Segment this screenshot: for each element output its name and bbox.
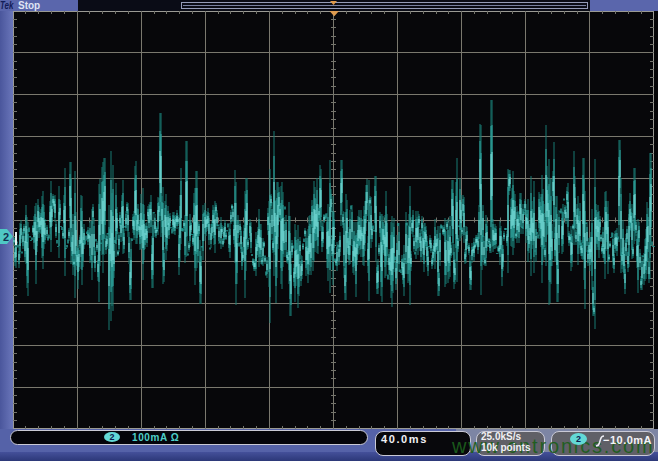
svg-text:2: 2 <box>3 231 9 243</box>
